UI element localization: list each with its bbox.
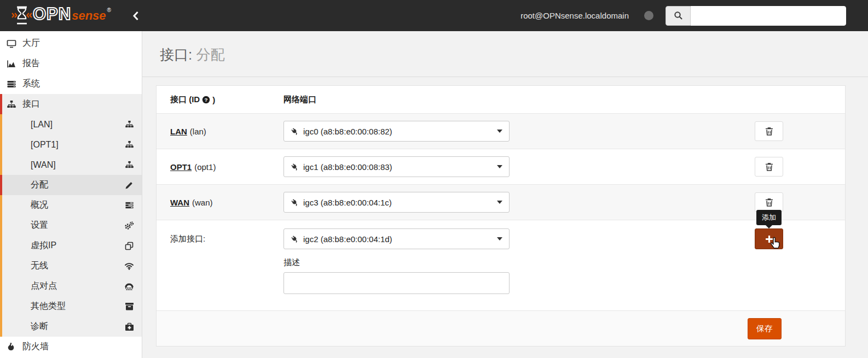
plug-icon [291, 235, 299, 243]
sidebar-label: 接口 [22, 98, 40, 110]
sidebar-item-system[interactable]: 系统 [0, 74, 142, 94]
trash-icon [765, 127, 773, 136]
trash-icon [765, 162, 773, 172]
caret-down-icon [497, 130, 502, 133]
description-input[interactable] [283, 272, 510, 294]
breadcrumb-section: 接口: [160, 46, 192, 63]
port-select-opt1[interactable]: igc1 (a8:b8:e0:00:08:83) [283, 156, 510, 177]
sidebar-collapse-button[interactable] [132, 11, 139, 21]
trash-icon [765, 198, 773, 207]
interface-link-wan[interactable]: WAN [170, 198, 189, 207]
interface-label: LAN(lan) [170, 127, 283, 136]
sidebar-label: 概况 [31, 199, 48, 211]
opnsense-logo[interactable]: OPNsense® [0, 5, 111, 27]
plug-icon [291, 163, 299, 171]
chevron-left-icon [132, 11, 139, 21]
clone-icon [123, 242, 135, 250]
global-search [666, 6, 846, 26]
interface-link-lan[interactable]: LAN [170, 127, 187, 136]
tty-icon [123, 282, 135, 290]
main-content: 接口: 分配 接口 (ID ? ) 网络端口 LAN(lan) igc0 (a8… [142, 31, 868, 358]
assignments-panel: 接口 (ID ? ) 网络端口 LAN(lan) igc0 (a8:b8:e0:… [156, 85, 846, 347]
archive-icon [123, 302, 135, 310]
server-icon [5, 80, 18, 89]
sidebar-item-lobby[interactable]: 大厅 [0, 33, 142, 54]
sidebar-item-wan[interactable]: [WAN] [0, 155, 142, 175]
sidebar-item-assignments[interactable]: 分配 [0, 175, 142, 195]
brand-registered: ® [107, 7, 111, 13]
port-select-new[interactable]: igc2 (a8:b8:e0:00:04:1d) [283, 228, 510, 249]
status-dot [644, 11, 653, 20]
sidebar-item-opt1[interactable]: [OPT1] [0, 134, 142, 155]
sidebar-label: 其他类型 [31, 301, 66, 312]
gears-icon [123, 221, 135, 230]
sidebar-label: 点对点 [31, 280, 57, 292]
sidebar-item-interfaces[interactable]: 接口 [0, 94, 142, 114]
search-input[interactable] [691, 6, 846, 26]
table-header-row: 接口 (ID ? ) 网络端口 [157, 86, 845, 113]
brand-opn: OPN [33, 5, 71, 24]
brand-sense: sense [72, 5, 106, 27]
sidebar-item-other-types[interactable]: 其他类型 [0, 296, 142, 316]
description-label: 描述 [283, 257, 510, 268]
sidebar-label: 无线 [31, 260, 48, 272]
add-interface-button[interactable]: 添加 [755, 228, 783, 249]
sitemap-icon [123, 140, 135, 149]
sidebar-label: 诊断 [31, 321, 48, 332]
plug-icon [291, 127, 299, 136]
interface-link-opt1[interactable]: OPT1 [170, 162, 192, 172]
wifi-icon [123, 262, 135, 270]
medkit-icon [123, 322, 135, 331]
delete-lan-button[interactable] [755, 121, 783, 141]
sidebar-label: 分配 [31, 179, 48, 191]
add-interface-label: 添加接口: [170, 228, 283, 249]
col-port-header: 网络端口 [283, 95, 510, 105]
sidebar-item-virtual-ips[interactable]: 虚拟IP [0, 236, 142, 256]
sidebar-item-reporting[interactable]: 报告 [0, 54, 142, 74]
fire-icon [5, 342, 18, 351]
port-select-lan[interactable]: igc0 (a8:b8:e0:00:08:82) [283, 121, 510, 142]
interface-label: WAN(wan) [170, 198, 283, 207]
page-title: 接口: 分配 [160, 45, 868, 64]
help-icon[interactable]: ? [202, 96, 210, 104]
save-button[interactable]: 保存 [748, 318, 782, 339]
area-chart-icon [5, 60, 18, 68]
sidebar-label: 防火墙 [22, 341, 49, 353]
top-header: OPNsense® root@OPNsense.localdomain [0, 0, 868, 31]
logged-in-user: root@OPNsense.localdomain [520, 11, 629, 20]
table-row: WAN(wan) igc3 (a8:b8:e0:00:04:1c) [157, 184, 845, 220]
tasks-icon [123, 201, 135, 209]
search-icon [666, 6, 691, 26]
delete-opt1-button[interactable] [755, 157, 783, 177]
sidebar-label: 系统 [22, 78, 40, 90]
sitemap-icon [123, 161, 135, 169]
sidebar-item-wireless[interactable]: 无线 [0, 256, 142, 276]
sidebar-item-firewall[interactable]: 防火墙 [0, 337, 142, 357]
table-row: OPT1(opt1) igc1 (a8:b8:e0:00:08:83) [157, 149, 845, 184]
interface-label: OPT1(opt1) [170, 162, 283, 172]
caret-down-icon [497, 201, 502, 204]
sidebar-item-overview[interactable]: 概况 [0, 195, 142, 215]
add-interface-row: 添加接口: igc2 (a8:b8:e0:00:04:1d) 描述 添加 [157, 220, 845, 310]
sidebar-item-lan[interactable]: [LAN] [0, 114, 142, 134]
col-interface-header: 接口 (ID ? ) [170, 95, 283, 105]
sidebar-label: [WAN] [31, 160, 56, 170]
sidebar-label: 虚拟IP [31, 240, 56, 251]
breadcrumb-page: 分配 [196, 46, 224, 63]
title-divider [142, 77, 868, 77]
pencil-icon [123, 181, 135, 190]
port-select-wan[interactable]: igc3 (a8:b8:e0:00:04:1c) [283, 192, 510, 213]
panel-footer: 保存 [157, 310, 845, 346]
caret-down-icon [497, 165, 502, 168]
sitemap-icon [123, 120, 135, 128]
add-tooltip: 添加 [756, 210, 782, 225]
sidebar: 大厅 报告 系统 接口 [LAN] [OPT1] [0, 31, 142, 358]
delete-wan-button[interactable] [755, 192, 783, 212]
sidebar-item-point-to-point[interactable]: 点对点 [0, 276, 142, 296]
sidebar-label: 设置 [31, 220, 48, 231]
sidebar-label: [LAN] [31, 120, 53, 130]
caret-down-icon [497, 237, 502, 240]
sidebar-section-interfaces: 接口 [LAN] [OPT1] [WAN] 分配 概况 [0, 94, 142, 337]
sidebar-item-settings[interactable]: 设置 [0, 215, 142, 236]
sidebar-item-diagnostics[interactable]: 诊断 [0, 316, 142, 337]
